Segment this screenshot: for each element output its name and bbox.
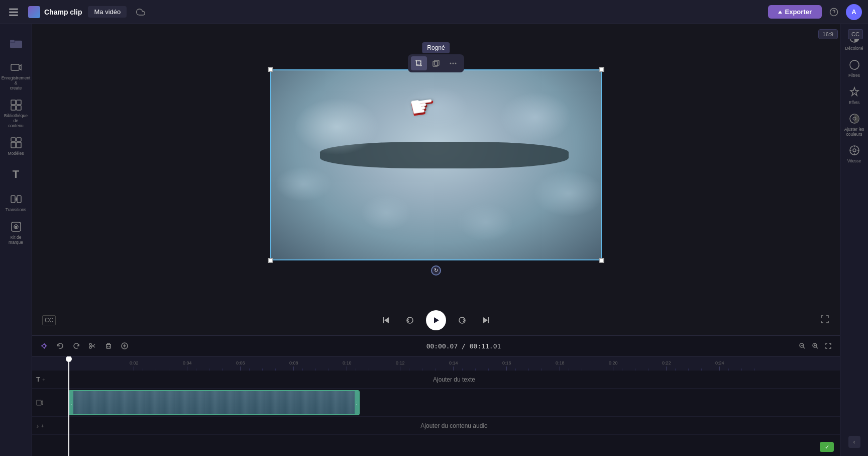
cloud-save-button[interactable] [133,4,149,20]
caption-toggle[interactable]: CC [42,315,56,325]
video-clip-thumbnail [69,391,359,414]
logo-icon [28,6,40,18]
more-tool-button[interactable] [445,56,461,70]
right-tool-speed[interactable]: Vitesse [841,141,867,167]
snap-tool-button[interactable] [38,340,50,352]
ruler-mark: 0:24 [715,360,724,371]
svg-line-45 [803,347,805,348]
timeline-confirm-button[interactable]: ✓ [820,442,834,452]
clip-handle-right[interactable]: ⋮ [355,391,359,414]
svg-point-19 [15,226,17,228]
zoom-out-button[interactable] [797,340,808,351]
text-icon: T [10,168,22,180]
brand-icon [10,221,22,233]
hamburger-button[interactable] [6,4,22,20]
video-track-label [32,400,68,406]
filters-icon [848,59,860,71]
add-text-button[interactable]: Ajouter du texte [68,371,840,388]
svg-rect-30 [488,317,490,323]
ruler-mark: 0:08 [289,360,298,371]
aspect-ratio-badge[interactable]: 16:9 [818,29,838,39]
play-button[interactable] [426,310,446,330]
forward-button[interactable] [454,312,470,328]
video-track-row: ⋮ ⋮ [32,389,840,417]
sidebar-item-library-label: Bibliothèque decontenu [4,113,28,129]
sidebar-item-transitions[interactable]: Transitions [2,190,30,216]
skip-to-start-button[interactable] [378,312,394,328]
effects-label: Effets [849,100,860,105]
project-name-input[interactable]: Ma vidéo [88,6,127,18]
svg-point-37 [89,346,91,348]
clone-tool-button[interactable] [428,56,444,70]
cc-button-top[interactable]: CC [848,29,863,39]
video-frame [270,69,602,260]
topbar: Champ clip Ma vidéo Exporter A [0,0,868,24]
user-avatar[interactable]: A [846,4,862,20]
playback-center [378,310,494,330]
main-layout: Enregistrement &create Bibliothèque deco… [0,24,868,456]
ruler-mark: 0:10 [343,360,352,371]
svg-rect-9 [11,106,16,110]
svg-point-58 [853,149,856,152]
undo-tool-button[interactable] [54,340,66,352]
video-preview-area: Rogné [32,24,840,305]
cc-label[interactable]: CC [848,29,863,39]
svg-point-24 [453,63,454,64]
svg-rect-7 [11,100,16,105]
ruler-mark: 0:22 [662,360,671,371]
text-track-content[interactable]: Ajouter du texte [68,371,840,388]
video-clip[interactable]: ⋮ ⋮ [68,390,360,415]
timeline-area: 00:00.07 / 00:11.01 [32,335,840,456]
svg-marker-29 [483,317,488,323]
timeline-content: 0:020:040:060:080:100:120:140:160:180:20… [32,356,840,456]
handle-bottom-left[interactable] [268,258,273,263]
save-clip-button[interactable] [119,340,131,352]
colors-label: Ajuster lescouleurs [844,127,864,137]
skip-to-end-button[interactable] [478,312,494,328]
help-button[interactable] [826,4,842,20]
sf-trees [270,69,602,260]
svg-rect-8 [17,100,21,105]
ruler-marks: 0:020:040:060:080:100:120:140:160:180:20… [68,356,840,371]
expand-timeline-button[interactable] [823,340,834,351]
redo-tool-button[interactable] [70,340,82,352]
ruler-mark: 0:18 [556,360,565,371]
ruler-mark: 0:06 [236,360,245,371]
transitions-icon [10,193,22,205]
playhead[interactable] [68,356,69,456]
sidebar-item-folder[interactable] [2,30,30,56]
right-sidebar-bottom: ‹ [848,436,860,452]
handle-top-left[interactable] [268,67,273,72]
svg-marker-28 [434,317,439,323]
sidebar-item-text[interactable]: T [2,161,30,188]
collapse-sidebar-button[interactable]: ‹ [848,436,860,448]
sidebar-item-models[interactable]: Modèles [2,133,30,159]
left-sidebar: Enregistrement &create Bibliothèque deco… [0,24,32,456]
rewind-button[interactable] [402,312,418,328]
audio-track-content[interactable]: Ajouter du contenu audio [68,417,840,434]
clip-handle-left[interactable]: ⋮ [69,391,73,414]
right-tool-filters[interactable]: Filtres [841,55,867,81]
right-tool-colors[interactable]: Ajuster lescouleurs [841,110,867,140]
rotate-handle[interactable]: ↻ [431,265,441,276]
text-track-row: T + Ajouter du texte [32,371,840,389]
crop-tool-button[interactable] [411,56,427,70]
right-tool-effects[interactable]: Effets [841,82,867,109]
svg-rect-5 [11,64,19,70]
sidebar-item-record[interactable]: Enregistrement &create [2,58,30,94]
aspect-ratio-value[interactable]: 16:9 [818,29,838,39]
audio-track-row: ♪ + Ajouter du contenu audio [32,417,840,435]
sidebar-item-brand[interactable]: Kit de marque [2,218,30,248]
sidebar-item-library[interactable]: Bibliothèque decontenu [2,96,30,132]
zoom-controls [797,340,834,351]
decolorize-label: Décoloné [845,46,863,51]
add-audio-button[interactable]: Ajouter du contenu audio [68,417,840,434]
video-canvas[interactable] [270,69,602,260]
export-button[interactable]: Exporter [768,5,822,19]
scissors-tool-button[interactable] [86,340,98,352]
handle-top-right[interactable] [599,67,604,72]
delete-tool-button[interactable] [102,340,115,352]
zoom-in-button[interactable] [810,340,821,351]
fullscreen-button[interactable] [820,314,830,327]
handle-bottom-right[interactable] [599,258,604,263]
